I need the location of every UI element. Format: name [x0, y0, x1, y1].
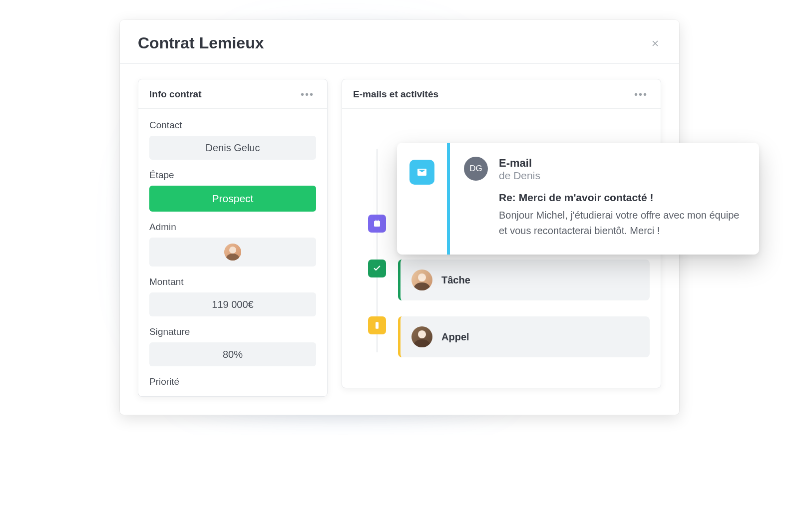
info-panel-more-button[interactable]: •••	[299, 87, 316, 101]
email-popup[interactable]: DG E-mail de Denis Re: Merci de m'avoir …	[397, 143, 759, 255]
page-title: Contrat Lemieux	[138, 34, 264, 52]
contact-field[interactable]: Denis Geluc	[149, 136, 316, 160]
activity-panel-title: E-mails et activités	[353, 89, 438, 100]
admin-label: Admin	[149, 222, 316, 233]
activity-panel-more-button[interactable]: •••	[632, 87, 650, 101]
call-card[interactable]: Appel	[398, 316, 650, 357]
email-icon	[409, 160, 434, 185]
contact-label: Contact	[149, 120, 316, 131]
call-label: Appel	[441, 331, 469, 343]
timeline-item-task[interactable]: Tâche	[368, 260, 650, 300]
close-button[interactable]	[649, 37, 661, 49]
email-from: de Denis	[499, 170, 741, 182]
modal-header: Contrat Lemieux	[120, 20, 679, 64]
svg-rect-3	[378, 220, 379, 222]
admin-field[interactable]	[149, 238, 316, 266]
amount-field[interactable]: 119 000€	[149, 292, 316, 316]
amount-label: Montant	[149, 276, 316, 287]
task-icon	[368, 260, 386, 277]
close-icon	[650, 38, 660, 48]
svg-rect-1	[374, 221, 380, 223]
info-panel-title: Info contrat	[149, 89, 202, 100]
svg-rect-4	[376, 322, 379, 329]
timeline-item-call[interactable]: Appel	[368, 316, 650, 357]
email-subject: Re: Merci de m'avoir contacté !	[499, 192, 741, 204]
task-avatar	[411, 269, 432, 290]
task-label: Tâche	[441, 274, 470, 286]
priority-label: Priorité	[149, 376, 316, 387]
info-panel: Info contrat ••• Contact Denis Geluc Éta…	[138, 79, 328, 397]
phone-icon	[368, 316, 386, 334]
task-card[interactable]: Tâche	[398, 260, 650, 300]
stage-label: Étape	[149, 170, 316, 181]
sender-avatar: DG	[464, 157, 488, 181]
email-type-label: E-mail	[499, 157, 741, 170]
signature-label: Signature	[149, 326, 316, 337]
signature-field[interactable]: 80%	[149, 342, 316, 366]
svg-rect-2	[376, 220, 377, 222]
calendar-icon	[368, 215, 386, 233]
call-avatar	[411, 326, 432, 347]
admin-avatar	[224, 244, 241, 261]
stage-field[interactable]: Prospect	[149, 186, 316, 212]
email-body: Bonjour Michel, j'étudierai votre offre …	[499, 208, 741, 239]
